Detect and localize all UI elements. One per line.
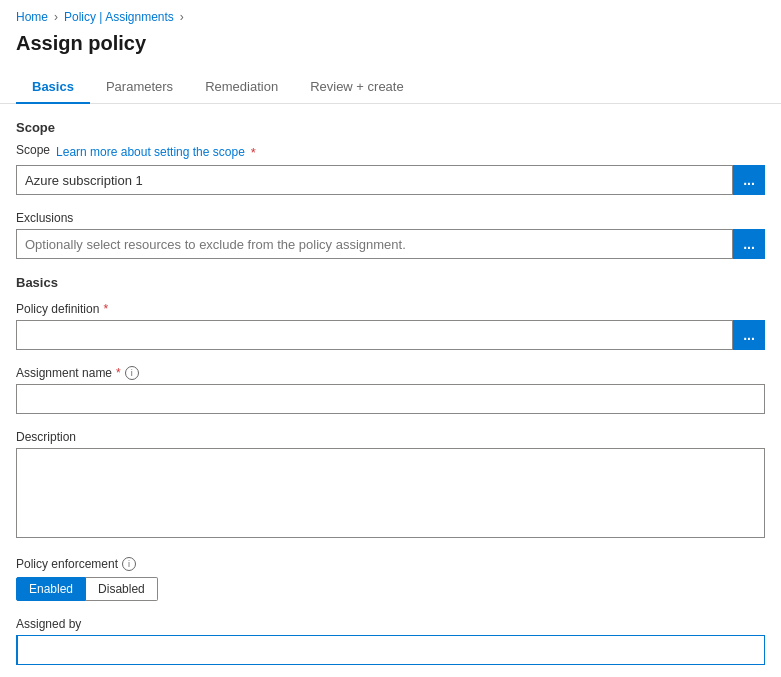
page-container: Home › Policy | Assignments › Assign pol… — [0, 0, 781, 677]
policy-definition-ellipsis-button[interactable]: ... — [733, 320, 765, 350]
scope-field-group: Scope Learn more about setting the scope… — [16, 143, 765, 195]
exclusions-field-group: Exclusions ... — [16, 211, 765, 259]
scope-input-group: ... — [16, 165, 765, 195]
breadcrumb: Home › Policy | Assignments › — [0, 0, 781, 28]
exclusions-input-group: ... — [16, 229, 765, 259]
description-field-group: Description — [16, 430, 765, 541]
assigned-by-section: Assigned by — [16, 617, 765, 665]
policy-definition-label: Policy definition * — [16, 302, 765, 316]
scope-field-label: Scope — [16, 143, 50, 157]
breadcrumb-policy-assignments[interactable]: Policy | Assignments — [64, 10, 174, 24]
scope-ellipsis-button[interactable]: ... — [733, 165, 765, 195]
exclusions-ellipsis-button[interactable]: ... — [733, 229, 765, 259]
basics-sub-section: Basics Policy definition * ... Assignmen… — [16, 275, 765, 665]
description-textarea[interactable] — [16, 448, 765, 538]
assignment-name-info-icon[interactable]: i — [125, 366, 139, 380]
basics-sub-title: Basics — [16, 275, 765, 290]
scope-section: Scope Scope Learn more about setting the… — [16, 120, 765, 259]
assignment-name-input[interactable] — [16, 384, 765, 414]
assignment-name-field-group: Assignment name * i — [16, 366, 765, 414]
exclusions-input[interactable] — [16, 229, 733, 259]
policy-definition-input[interactable] — [16, 320, 733, 350]
content-area: Scope Scope Learn more about setting the… — [0, 104, 781, 677]
enforcement-info-icon[interactable]: i — [122, 557, 136, 571]
assignment-name-label-row: Assignment name * i — [16, 366, 765, 380]
breadcrumb-home[interactable]: Home — [16, 10, 48, 24]
scope-required-indicator: * — [251, 145, 256, 160]
exclusions-label: Exclusions — [16, 211, 765, 225]
scope-label-row: Scope Learn more about setting the scope… — [16, 143, 765, 161]
description-label: Description — [16, 430, 765, 444]
breadcrumb-chevron-1: › — [54, 10, 58, 24]
tab-review-create[interactable]: Review + create — [294, 71, 420, 104]
enforcement-disabled-button[interactable]: Disabled — [86, 577, 158, 601]
enforcement-enabled-button[interactable]: Enabled — [16, 577, 86, 601]
breadcrumb-chevron-2: › — [180, 10, 184, 24]
enforcement-section: Policy enforcement i Enabled Disabled — [16, 557, 765, 601]
enforcement-toggle-group: Enabled Disabled — [16, 577, 765, 601]
tab-parameters[interactable]: Parameters — [90, 71, 189, 104]
policy-definition-input-group: ... — [16, 320, 765, 350]
tab-basics[interactable]: Basics — [16, 71, 90, 104]
page-title: Assign policy — [0, 28, 781, 71]
tabs-container: Basics Parameters Remediation Review + c… — [0, 71, 781, 104]
policy-def-required: * — [103, 302, 108, 316]
scope-input[interactable] — [16, 165, 733, 195]
assigned-by-label: Assigned by — [16, 617, 765, 631]
assignment-name-required: * — [116, 366, 121, 380]
policy-definition-field-group: Policy definition * ... — [16, 302, 765, 350]
scope-section-title: Scope — [16, 120, 765, 135]
enforcement-label-row: Policy enforcement i — [16, 557, 765, 571]
tab-remediation[interactable]: Remediation — [189, 71, 294, 104]
assigned-by-input[interactable] — [16, 635, 765, 665]
scope-learn-more-link[interactable]: Learn more about setting the scope — [56, 145, 245, 159]
